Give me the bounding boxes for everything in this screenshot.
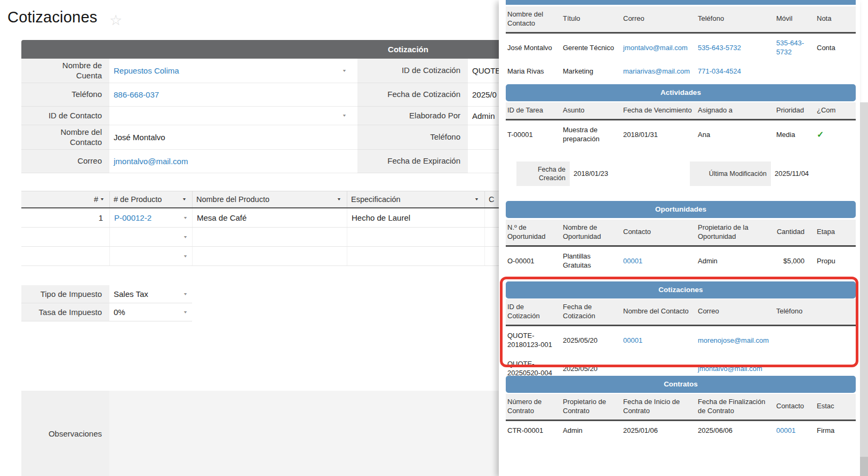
dropdown-arrow-icon[interactable]: ▼ xyxy=(183,292,188,296)
cell xyxy=(21,228,109,246)
field-value: 2025/11/04 xyxy=(775,162,809,186)
panel-top-section-bar xyxy=(506,0,856,5)
column-header: Nombre de Oportunidad xyxy=(561,220,622,245)
field-value: 886-668-037 xyxy=(109,83,357,107)
table-header-row: N.º de OportunidadNombre de OportunidadC… xyxy=(506,220,856,247)
cell-link[interactable]: 00001 xyxy=(623,336,642,345)
table-header-row: ID de CotizaciónFecha de CotizaciónNombr… xyxy=(506,299,856,326)
field-label: Fecha de Cotización xyxy=(357,83,468,107)
sort-arrow-icon[interactable]: ▼ xyxy=(474,197,479,201)
cell: 771-034-4524 xyxy=(696,62,775,81)
column-header: Especificación▼ xyxy=(347,191,484,207)
cell xyxy=(815,62,856,81)
cell xyxy=(192,228,347,246)
column-label: # de Producto xyxy=(114,195,162,204)
field-label: Última Modificación xyxy=(690,162,771,186)
column-header: Asunto xyxy=(561,102,622,119)
cell: Media xyxy=(775,120,815,149)
cell: 2025/01/06 xyxy=(622,421,696,440)
field-label: Fecha de Expiración xyxy=(357,150,468,173)
field-label: ID de Cotización xyxy=(357,59,468,83)
column-header: Fecha de Cotización xyxy=(561,299,622,325)
cell: Propu xyxy=(815,247,856,275)
favorite-star-icon[interactable]: ☆ xyxy=(109,12,122,29)
dropdown-arrow-icon[interactable]: ▼ xyxy=(342,114,347,118)
contracts-table: Número de ContratoPropietario de Contrat… xyxy=(506,394,856,440)
dropdown-arrow-icon[interactable]: ▼ xyxy=(183,235,188,239)
field-label: Tasa de Impuesto xyxy=(21,303,109,321)
field-text: Admin xyxy=(472,111,495,120)
field-label: ID de Contacto xyxy=(21,107,109,125)
dropdown-arrow-icon[interactable]: ▼ xyxy=(183,216,188,220)
cell xyxy=(347,228,484,246)
column-header: Propietario de Contrato xyxy=(561,394,622,419)
cell: José Montalvo xyxy=(506,34,561,62)
cell: T-00001 xyxy=(506,120,561,149)
dropdown-arrow-icon[interactable]: ▼ xyxy=(342,69,347,73)
column-header: Estac xyxy=(815,394,856,419)
cell-link[interactable]: mariarivas@mail.com xyxy=(623,67,690,76)
field-label: Elaborado Por xyxy=(357,107,468,125)
cell: Conta xyxy=(815,34,856,62)
cell-link[interactable]: jmontalvo@mail.com xyxy=(623,43,688,53)
sort-arrow-icon[interactable]: ▼ xyxy=(100,197,105,201)
cell: Gerente Técnico xyxy=(561,34,622,62)
quotes-section-header: Cotizaciones xyxy=(506,281,856,298)
cell: Ana xyxy=(696,120,775,149)
cell: Mesa de Café xyxy=(192,208,347,227)
cell: 535-643-5732 xyxy=(696,34,775,62)
field-link[interactable]: 886-668-037 xyxy=(114,90,159,99)
sort-arrow-icon[interactable]: ▼ xyxy=(182,197,187,201)
cell: ▼ xyxy=(109,247,192,265)
cell: 00001 xyxy=(622,247,696,275)
cell: 2025/05/20 xyxy=(561,326,622,354)
field-text: José Montalvo xyxy=(114,133,165,142)
cell: 535-643-5732 xyxy=(775,34,815,62)
cell-link[interactable]: P-00012-2 xyxy=(114,213,152,222)
column-header: Fecha de Inicio de Contrato xyxy=(622,394,696,419)
scrollbar-track[interactable] xyxy=(860,102,868,476)
field-label: Teléfono xyxy=(21,83,109,107)
cell xyxy=(192,247,347,265)
column-header: Propietario de la Oportunidad xyxy=(696,220,775,245)
cell: Admin xyxy=(561,421,622,440)
table-row: CTR-00001Admin2025/01/062025/06/0600001F… xyxy=(506,421,856,440)
field-value: Sales Tax▼ xyxy=(109,285,192,303)
cell: 00001 xyxy=(622,326,696,354)
cell-link[interactable]: 00001 xyxy=(776,426,795,435)
cell-link[interactable]: 00001 xyxy=(623,256,642,266)
field-label: Nombre de Cuenta xyxy=(21,59,109,83)
dropdown-arrow-icon[interactable]: ▼ xyxy=(183,254,188,259)
cell xyxy=(775,62,815,81)
field-link[interactable]: Repuestos Colima xyxy=(114,66,179,75)
column-label: C xyxy=(489,195,494,204)
scrollbar-thumb[interactable] xyxy=(860,457,868,476)
column-header: ID de Cotización xyxy=(506,299,561,325)
cell: ▼ xyxy=(109,228,192,246)
quotes-table: ID de CotizaciónFecha de CotizaciónNombr… xyxy=(506,299,856,383)
contacts-table: Nombre del ContactoTítuloCorreoTeléfonoM… xyxy=(506,6,856,80)
dropdown-arrow-icon[interactable]: ▼ xyxy=(183,310,188,314)
column-header: Correo xyxy=(622,6,696,32)
cell-link[interactable]: 535-643-5732 xyxy=(776,38,811,57)
column-header: Cantidad xyxy=(775,220,815,245)
opportunities-section-header: Oportunidades xyxy=(506,201,856,218)
cell-link[interactable]: jmontalvo@mail.com xyxy=(698,364,762,374)
field-label: Fecha de Creación xyxy=(516,162,570,186)
cell xyxy=(775,326,815,354)
cell-link[interactable]: 535-643-5732 xyxy=(698,43,741,53)
cell: 2025/06/06 xyxy=(696,421,775,440)
cell: 00001 xyxy=(775,421,815,440)
column-header: ¿Com xyxy=(815,102,856,119)
cell: morenojose@mail.com xyxy=(696,326,775,354)
sort-arrow-icon[interactable]: ▼ xyxy=(337,197,341,201)
table-row: José MontalvoGerente Técnicojmontalvo@ma… xyxy=(506,34,856,62)
column-header: Contacto xyxy=(622,220,696,245)
cell-link[interactable]: morenojose@mail.com xyxy=(698,336,769,345)
cell-link[interactable]: 771-034-4524 xyxy=(698,67,741,76)
field-text: Sales Tax xyxy=(114,289,148,298)
column-header: Asignado a xyxy=(696,102,775,119)
cell: Admin xyxy=(696,247,775,275)
field-link[interactable]: jmontalvo@mail.com xyxy=(114,157,188,166)
table-row: Maria RivasMarketingmariarivas@mail.com7… xyxy=(506,62,856,81)
